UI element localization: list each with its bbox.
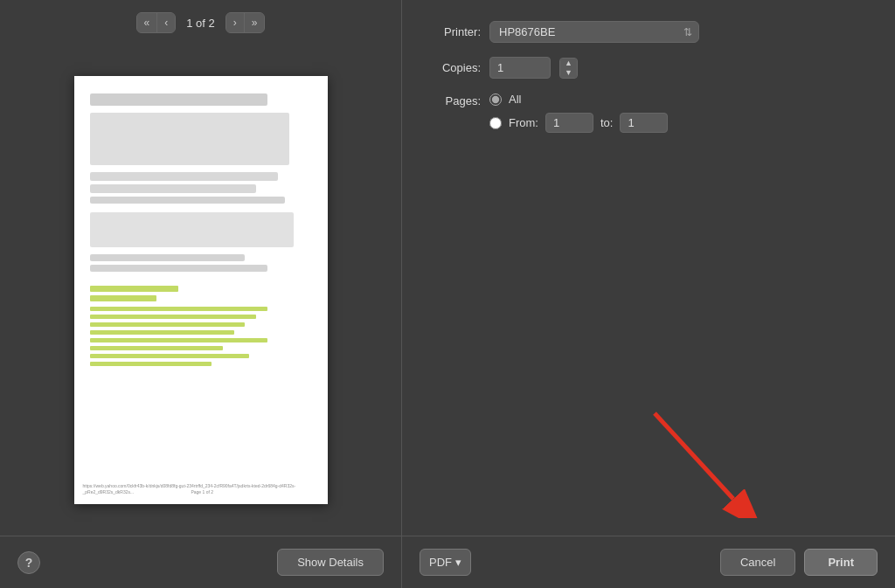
print-button[interactable]: Print [804, 549, 878, 576]
left-panel: « ‹ 1 of 2 › » [0, 0, 402, 588]
right-panel: Printer: HP8676BE Copies: ▲ ▼ Pages: All… [402, 0, 895, 588]
copies-stepper: ▲ ▼ [559, 58, 578, 79]
pages-to-input[interactable] [620, 113, 668, 133]
next-page-button[interactable]: › [226, 13, 245, 32]
pages-from-label: From: [509, 116, 538, 129]
pdf-button[interactable]: PDF ▾ [420, 549, 471, 576]
pages-to-label: to: [600, 116, 613, 129]
printer-select[interactable]: HP8676BE [489, 21, 699, 43]
show-details-button[interactable]: Show Details [277, 549, 384, 576]
preview-area: https://web.yahoo.com/0ckfr43b-k/dnkjs/d… [0, 44, 401, 536]
red-arrow-annotation [628, 405, 760, 518]
prev-page-button[interactable]: ‹ [157, 13, 175, 32]
pages-label: Pages: [428, 94, 481, 107]
left-bottom-bar: ? Show Details [0, 536, 401, 588]
pdf-chevron-icon: ▾ [455, 556, 461, 569]
action-buttons: Cancel Print [720, 549, 878, 576]
page-footer-text: https://web.yahoo.com/0ckfr43b-k/dnkjs/d… [83, 483, 319, 495]
svg-line-1 [655, 413, 733, 499]
copies-input[interactable] [489, 57, 551, 79]
printer-row: Printer: HP8676BE [428, 21, 869, 43]
pages-all-label: All [509, 93, 521, 106]
pages-row: Pages: All From: to: [428, 93, 869, 133]
cancel-button[interactable]: Cancel [720, 549, 795, 576]
pdf-label: PDF [429, 556, 452, 569]
copies-decrement-button[interactable]: ▼ [560, 68, 577, 78]
pages-range-radio[interactable] [489, 117, 502, 129]
printer-label: Printer: [428, 25, 481, 38]
page-content [74, 76, 328, 387]
page-indicator: 1 of 2 [186, 17, 215, 30]
last-page-button[interactable]: » [245, 13, 265, 32]
copies-increment-button[interactable]: ▲ [560, 59, 577, 68]
pages-range-row: From: to: [489, 113, 668, 133]
pages-options: All From: to: [489, 93, 668, 133]
first-page-button[interactable]: « [137, 13, 158, 32]
pages-from-input[interactable] [545, 113, 593, 133]
pages-all-row: All [489, 93, 668, 106]
copies-label: Copies: [428, 61, 481, 74]
nav-bar: « ‹ 1 of 2 › » [0, 0, 401, 44]
next-nav-group: › » [225, 12, 266, 33]
printer-select-wrapper: HP8676BE [489, 21, 699, 43]
copies-row: Copies: ▲ ▼ [428, 57, 869, 79]
help-button[interactable]: ? [17, 551, 40, 574]
page-preview: https://web.yahoo.com/0ckfr43b-k/dnkjs/d… [74, 76, 328, 504]
prev-nav-group: « ‹ [136, 12, 177, 33]
right-bottom-bar: PDF ▾ Cancel Print [402, 536, 895, 588]
pages-all-radio[interactable] [489, 93, 502, 106]
